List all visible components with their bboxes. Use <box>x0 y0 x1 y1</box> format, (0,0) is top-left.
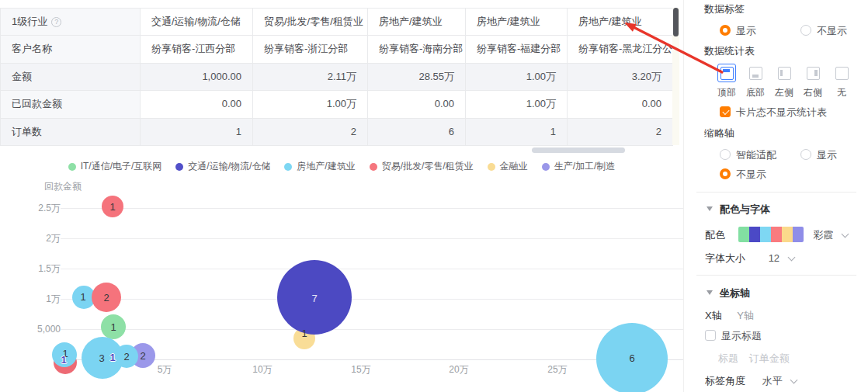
radio-icon[interactable] <box>720 149 731 160</box>
bubble-label: 1 <box>61 354 66 366</box>
table-cell: 0.00 <box>141 91 253 118</box>
table-cell: 1.00万 <box>253 91 368 118</box>
tab-y-axis[interactable]: Y轴 <box>737 310 754 321</box>
bubble-label: 6 <box>629 352 634 364</box>
mini-axis-show-option[interactable]: 显示 <box>800 148 837 162</box>
x-tick-label: 10万 <box>252 363 272 376</box>
axes-section-header[interactable]: 坐标轴 <box>707 286 750 300</box>
legend-label: 交通/运输/物流/仓储 <box>188 160 270 173</box>
checkbox-checked-icon[interactable] <box>720 106 731 117</box>
bubble-label: 1 <box>301 328 307 339</box>
legend-dot-icon <box>175 163 183 171</box>
legend-item[interactable]: 生产/加工/制造 <box>542 160 616 173</box>
radio-selected-icon[interactable] <box>720 168 731 179</box>
tab-x-axis[interactable]: X轴 <box>705 310 722 321</box>
bubble-label: 2 <box>103 292 109 304</box>
stats-position-bottom[interactable]: 底部 <box>744 63 767 99</box>
legend-item[interactable]: 金融业 <box>488 160 528 173</box>
mini-axis-hide-option[interactable]: 不显示 <box>720 168 766 182</box>
stats-table-position-options: 顶部 底部 左侧 右侧 无 <box>715 63 853 99</box>
table-horizontal-scrollbar-thumb[interactable] <box>532 147 625 153</box>
radio-icon[interactable] <box>800 25 811 36</box>
table-column-header: 交通/运输/物流/仓储 <box>141 9 253 36</box>
y-tick-label: 5,000 <box>22 323 61 335</box>
legend-item[interactable]: IT/通信/电子/互联网 <box>68 160 162 173</box>
y-tick-label: 2万 <box>22 232 61 245</box>
section-divider <box>696 192 856 193</box>
chevron-down-icon[interactable] <box>787 254 795 262</box>
stats-position-left[interactable]: 左侧 <box>773 63 796 99</box>
bubble-label: 1 <box>110 321 116 333</box>
card-hide-stats-checkbox-row[interactable]: 卡片态不显示统计表 <box>720 106 827 120</box>
table-column-header: 贸易/批发/零售/租赁业 <box>253 9 368 36</box>
y-tick-label: 1万 <box>22 293 61 305</box>
chevron-down-icon[interactable] <box>790 376 798 384</box>
h-gridline <box>61 269 683 269</box>
annotation-arrow <box>613 14 730 80</box>
stats-position-none[interactable]: 无 <box>830 63 853 99</box>
mini-axis-section-title: 缩略轴 <box>704 127 734 140</box>
table-cell: 2 <box>253 119 368 146</box>
legend-label: 生产/加工/制造 <box>554 160 616 173</box>
legend-label: 房地产/建筑业 <box>297 160 355 173</box>
table-row-label: 订单数 <box>1 119 141 146</box>
bi-chart-config-screen: { "table": { "corner_help": "?", "rows":… <box>0 0 868 392</box>
table-cell: 1 <box>466 119 568 146</box>
palette-swatch <box>771 227 782 242</box>
collapse-triangle-icon[interactable] <box>707 290 713 295</box>
table-cell: 纷享销客-江西分部 <box>141 36 253 63</box>
table-cell: 1,000.00 <box>141 64 253 91</box>
color-font-section-header[interactable]: 配色与字体 <box>707 203 770 217</box>
table-right-icon <box>807 67 820 80</box>
palette-swatch <box>760 227 771 242</box>
legend-item[interactable]: 贸易/批发/零售/租赁业 <box>370 160 474 173</box>
table-cell: 6 <box>368 119 466 146</box>
table-cell: 1 <box>141 119 253 146</box>
show-axis-title-row[interactable]: 显示标题 <box>705 329 762 343</box>
y-tick-label: 2.5万 <box>22 202 61 214</box>
table-cell: 纷享销客-浙江分部 <box>253 36 368 63</box>
data-label-hide-option[interactable]: 不显示 <box>800 24 847 38</box>
table-cell: 2 <box>568 119 673 146</box>
table-column-header: 房地产/建筑业 <box>466 9 568 36</box>
palette-row: 配色 彩霞 <box>705 227 848 242</box>
bubble-label: 3 <box>99 352 104 364</box>
legend-dot-icon <box>488 163 495 171</box>
font-size-value[interactable]: 12 <box>769 252 779 264</box>
palette-name[interactable]: 彩霞 <box>813 229 833 241</box>
table-cell: 纷享销客-福建分部 <box>466 36 568 63</box>
table-cell: 1.00万 <box>466 64 568 91</box>
bubble-label: 7 <box>311 293 317 304</box>
legend-item[interactable]: 交通/运输/物流/仓储 <box>175 160 270 173</box>
table-row-label: 1级行业 <box>12 16 47 27</box>
table-cell: 1.00万 <box>466 91 568 118</box>
h-gridline <box>61 208 683 209</box>
checkbox-icon[interactable] <box>705 330 716 341</box>
axis-title-value: 订单金额 <box>749 352 790 364</box>
help-icon[interactable]: ? <box>51 17 61 27</box>
mini-axis-smart-option[interactable]: 智能适配 <box>720 148 776 162</box>
table-cell: 0.00 <box>368 91 466 118</box>
stats-position-right[interactable]: 右侧 <box>801 63 825 99</box>
radio-icon[interactable] <box>800 149 811 160</box>
palette-preview[interactable] <box>738 229 804 241</box>
label-angle-row: 标签角度 水平 <box>705 374 797 388</box>
legend-dot-icon <box>370 163 377 171</box>
legend-item[interactable]: 房地产/建筑业 <box>284 160 355 173</box>
bubble-label: 1 <box>109 352 115 363</box>
section-divider <box>696 275 856 276</box>
bubble-label: 1 <box>80 291 85 303</box>
y-tick-label: 1.5万 <box>22 262 61 275</box>
chevron-down-icon[interactable] <box>841 231 849 238</box>
collapse-triangle-icon[interactable] <box>707 206 713 211</box>
label-angle-value[interactable]: 水平 <box>762 375 783 387</box>
h-gridline <box>61 299 683 300</box>
palette-swatch <box>782 227 793 242</box>
bubble-label: 2 <box>140 350 145 362</box>
palette-swatch <box>793 227 804 242</box>
axis-tabs: X轴 Y轴 <box>705 309 754 323</box>
legend-dot-icon <box>284 163 292 171</box>
x-tick-label: 25万 <box>547 363 567 376</box>
chart-legend: IT/通信/电子/互联网 交通/运输/物流/仓储 房地产/建筑业 贸易/批发/零… <box>0 160 683 173</box>
axis-title-row: 标题 订单金额 <box>718 352 790 366</box>
